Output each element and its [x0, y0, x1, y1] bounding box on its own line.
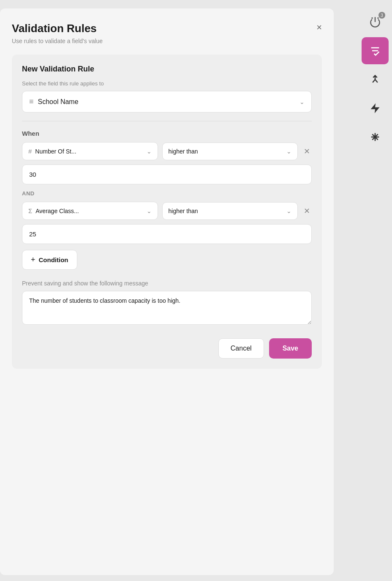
svg-line-5	[373, 79, 375, 82]
operator-text-1: higher than	[169, 148, 283, 155]
condition-operator-1[interactable]: higher than ⌄	[162, 143, 298, 160]
chevron-down-icon-4: ⌄	[286, 208, 291, 214]
condition-operator-2[interactable]: higher than ⌄	[162, 202, 298, 220]
network-icon	[369, 131, 381, 143]
svg-line-16	[372, 138, 374, 140]
chevron-down-icon-1: ⌄	[147, 148, 152, 155]
field-select-value: School Name	[38, 98, 79, 106]
remove-condition-2-button[interactable]: ✕	[302, 205, 312, 217]
svg-point-8	[374, 136, 376, 138]
message-textarea[interactable]: The number of students to classroom capa…	[22, 291, 312, 325]
sidebar: 3	[358, 8, 392, 151]
divider	[22, 121, 312, 121]
badge-count: 3	[378, 12, 385, 19]
rule-title: New Validation Rule	[22, 65, 312, 74]
svg-point-1	[377, 17, 379, 19]
action-row: Cancel Save	[22, 338, 312, 359]
fork-icon	[369, 74, 381, 85]
chevron-down-icon: ⌄	[299, 99, 305, 105]
sidebar-item-network[interactable]	[362, 123, 389, 151]
remove-condition-1-button[interactable]: ✕	[302, 145, 312, 158]
cancel-button[interactable]: Cancel	[218, 338, 264, 359]
and-label: AND	[22, 190, 312, 197]
svg-point-2	[371, 17, 373, 19]
field-select-dropdown[interactable]: ≡ School Name ⌄	[22, 91, 312, 112]
svg-line-14	[376, 138, 378, 140]
add-condition-button[interactable]: + Condition	[22, 250, 77, 270]
svg-line-6	[375, 79, 378, 82]
number-icon-1: #	[28, 148, 32, 155]
rule-card: New Validation Rule Select the field thi…	[12, 55, 322, 369]
condition-value-input-2[interactable]	[22, 224, 312, 244]
add-condition-label: Condition	[39, 256, 68, 263]
save-button[interactable]: Save	[269, 338, 312, 359]
panel-subtitle: Use rules to validate a field's value	[12, 38, 322, 44]
chevron-down-icon-3: ⌄	[147, 208, 152, 214]
panel-title: Validation Rules	[12, 22, 322, 35]
condition-field-text-2: Average Class...	[35, 208, 143, 214]
svg-line-13	[372, 134, 374, 136]
condition-field-2[interactable]: Σ Average Class... ⌄	[22, 202, 158, 220]
field-select-label: Select the field this rule applies to	[22, 80, 312, 87]
plus-icon: +	[31, 255, 35, 264]
sidebar-item-plug[interactable]: 3	[362, 8, 389, 36]
plug-icon	[369, 16, 381, 28]
sigma-icon-2: Σ	[28, 207, 32, 214]
condition-field-text-1: Number Of St...	[35, 148, 143, 155]
svg-marker-7	[371, 103, 380, 113]
when-label: When	[22, 130, 312, 137]
filter-check-icon	[369, 45, 381, 57]
condition-value-input-1[interactable]	[22, 164, 312, 184]
message-label: Prevent saving and show the following me…	[22, 280, 312, 287]
condition-row-1: # Number Of St... ⌄ higher than ⌄ ✕	[22, 142, 312, 160]
field-icon: ≡	[29, 97, 34, 106]
lightning-icon	[369, 102, 381, 114]
sidebar-item-fork[interactable]	[362, 66, 389, 93]
condition-row-2: Σ Average Class... ⌄ higher than ⌄ ✕	[22, 202, 312, 220]
main-panel: × Validation Rules Use rules to validate…	[0, 8, 334, 575]
operator-text-2: higher than	[169, 208, 283, 214]
svg-line-15	[376, 134, 378, 136]
condition-field-1[interactable]: # Number Of St... ⌄	[22, 142, 158, 160]
sidebar-item-lightning[interactable]	[362, 95, 389, 122]
chevron-down-icon-2: ⌄	[286, 148, 291, 155]
sidebar-item-filter-check[interactable]	[362, 37, 389, 64]
close-button[interactable]: ×	[316, 22, 322, 33]
panel-header: Validation Rules Use rules to validate a…	[12, 22, 322, 44]
